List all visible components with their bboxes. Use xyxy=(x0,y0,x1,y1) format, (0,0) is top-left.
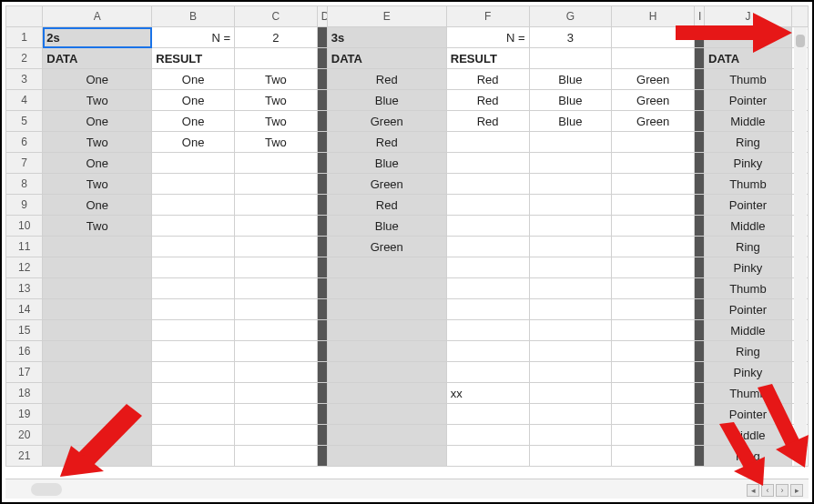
row-header-18[interactable]: 18 xyxy=(6,383,43,404)
cell-B15[interactable] xyxy=(152,320,235,341)
cell-H4[interactable]: Green xyxy=(612,90,695,111)
cell-F2[interactable]: RESULT xyxy=(446,48,529,69)
column-header-B[interactable]: B xyxy=(152,6,235,27)
cell-C11[interactable] xyxy=(234,237,317,257)
column-header-H[interactable]: H xyxy=(612,6,695,27)
cell-F4[interactable]: Red xyxy=(446,90,529,111)
cell-J11[interactable]: Ring xyxy=(705,237,792,257)
cell-H7[interactable] xyxy=(612,153,695,174)
cell-A4[interactable]: Two xyxy=(43,90,152,111)
cell-D19[interactable] xyxy=(317,404,327,425)
cell-D13[interactable] xyxy=(317,278,327,299)
cell-H8[interactable] xyxy=(612,174,695,195)
cell-H19[interactable] xyxy=(612,404,695,425)
cell-A16[interactable] xyxy=(43,341,152,362)
cell-I1[interactable] xyxy=(694,27,704,48)
cell-G3[interactable]: Blue xyxy=(529,69,612,90)
cell-C17[interactable] xyxy=(234,362,317,383)
cell-B9[interactable] xyxy=(152,195,235,216)
cell-H16[interactable] xyxy=(612,341,695,362)
cell-B8[interactable] xyxy=(152,174,235,195)
cell-J4[interactable]: Pointer xyxy=(705,90,792,111)
row-header-8[interactable]: 8 xyxy=(6,174,43,195)
cell-D5[interactable] xyxy=(317,111,327,132)
cell-H2[interactable] xyxy=(612,48,695,69)
nav-first-icon[interactable]: ◂ xyxy=(747,484,759,497)
cell-D10[interactable] xyxy=(317,216,327,237)
cell-C4[interactable]: Two xyxy=(234,90,317,111)
cell-C15[interactable] xyxy=(234,320,317,341)
cell-B20[interactable] xyxy=(152,425,235,446)
cell-C7[interactable] xyxy=(234,153,317,174)
cell-F9[interactable] xyxy=(446,195,529,216)
spreadsheet-grid[interactable]: ABCDEFGHIJ12sN =23sN =32DATARESULTDATARE… xyxy=(5,5,809,477)
column-header-F[interactable]: F xyxy=(446,6,529,27)
cell-J13[interactable]: Thumb xyxy=(705,278,792,299)
cell-E6[interactable]: Red xyxy=(327,132,446,153)
cell-H5[interactable]: Green xyxy=(612,111,695,132)
corner-cell[interactable] xyxy=(6,6,43,27)
cell-B1[interactable]: N = xyxy=(152,27,235,48)
cell-A14[interactable] xyxy=(43,299,152,320)
cell-G12[interactable] xyxy=(529,257,612,278)
cell-I4[interactable] xyxy=(694,90,704,111)
cell-F5[interactable]: Red xyxy=(446,111,529,132)
cell-E21[interactable] xyxy=(327,446,446,467)
cell-H1[interactable] xyxy=(612,27,695,48)
row-header-3[interactable]: 3 xyxy=(6,69,43,90)
cell-F1[interactable]: N = xyxy=(446,27,529,48)
cell-G5[interactable]: Blue xyxy=(529,111,612,132)
cell-A20[interactable] xyxy=(43,425,152,446)
column-header-G[interactable]: G xyxy=(529,6,612,27)
row-header-15[interactable]: 15 xyxy=(6,320,43,341)
cell-D14[interactable] xyxy=(317,299,327,320)
cell-B11[interactable] xyxy=(152,237,235,257)
cell-H9[interactable] xyxy=(612,195,695,216)
row-header-5[interactable]: 5 xyxy=(6,111,43,132)
cell-I5[interactable] xyxy=(694,111,704,132)
cell-F3[interactable]: Red xyxy=(446,69,529,90)
cell-H6[interactable] xyxy=(612,132,695,153)
cell-G8[interactable] xyxy=(529,174,612,195)
cell-A7[interactable]: One xyxy=(43,153,152,174)
row-header-17[interactable]: 17 xyxy=(6,362,43,383)
cell-A10[interactable]: Two xyxy=(43,216,152,237)
cell-A2[interactable]: DATA xyxy=(43,48,152,69)
cell-D20[interactable] xyxy=(317,425,327,446)
cell-I6[interactable] xyxy=(694,132,704,153)
row-header-12[interactable]: 12 xyxy=(6,257,43,278)
cell-C10[interactable] xyxy=(234,216,317,237)
cell-B16[interactable] xyxy=(152,341,235,362)
cell-C8[interactable] xyxy=(234,174,317,195)
cell-A13[interactable] xyxy=(43,278,152,299)
cell-D18[interactable] xyxy=(317,383,327,404)
cell-F14[interactable] xyxy=(446,299,529,320)
cell-E18[interactable] xyxy=(327,383,446,404)
cell-G1[interactable]: 3 xyxy=(529,27,612,48)
cell-D9[interactable] xyxy=(317,195,327,216)
cell-F20[interactable] xyxy=(446,425,529,446)
cell-A15[interactable] xyxy=(43,320,152,341)
cell-J20[interactable]: Middle xyxy=(705,425,792,446)
cell-D7[interactable] xyxy=(317,153,327,174)
cell-B7[interactable] xyxy=(152,153,235,174)
cell-G2[interactable] xyxy=(529,48,612,69)
cell-G16[interactable] xyxy=(529,341,612,362)
cell-E7[interactable]: Blue xyxy=(327,153,446,174)
cell-F18[interactable]: xx xyxy=(446,383,529,404)
cell-C14[interactable] xyxy=(234,299,317,320)
cell-E3[interactable]: Red xyxy=(327,69,446,90)
cell-F12[interactable] xyxy=(446,257,529,278)
cell-G4[interactable]: Blue xyxy=(529,90,612,111)
cell-F7[interactable] xyxy=(446,153,529,174)
column-header-C[interactable]: C xyxy=(234,6,317,27)
cell-J6[interactable]: Ring xyxy=(705,132,792,153)
cell-I9[interactable] xyxy=(694,195,704,216)
cell-I10[interactable] xyxy=(694,216,704,237)
cell-I18[interactable] xyxy=(694,383,704,404)
cell-F10[interactable] xyxy=(446,216,529,237)
cell-D8[interactable] xyxy=(317,174,327,195)
cell-E12[interactable] xyxy=(327,257,446,278)
cell-E16[interactable] xyxy=(327,341,446,362)
cell-H21[interactable] xyxy=(612,446,695,467)
